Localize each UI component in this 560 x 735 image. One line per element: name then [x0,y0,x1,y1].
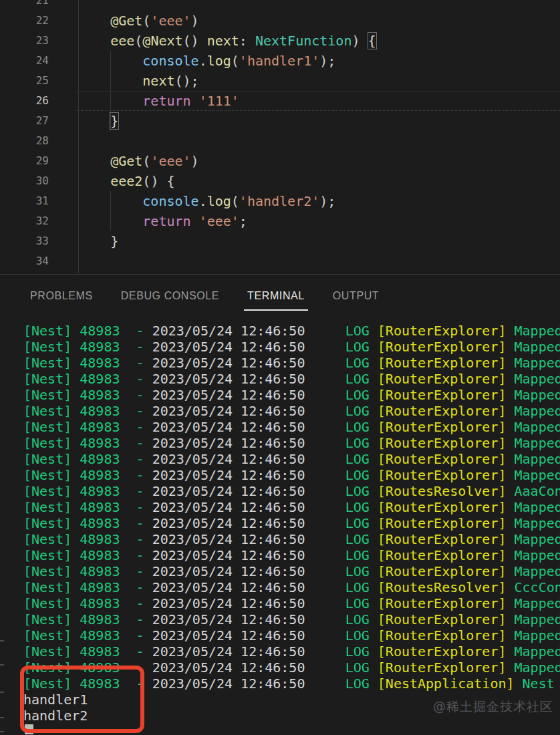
terminal-log-line: [Nest] 48983 - 2023/05/24 12:46:50 LOG [… [23,627,560,643]
code-text: return '111' [78,91,239,111]
terminal-log: [Nest] 48983 - 2023/05/24 12:46:50 LOG [… [23,323,560,724]
terminal-log-line: [Nest] 48983 - 2023/05/24 12:46:50 LOG [… [23,499,560,515]
terminal-log-line: [Nest] 48983 - 2023/05/24 12:46:50 LOG [… [23,467,560,483]
overview-ruler-mark [0,640,4,641]
terminal-log-line: [Nest] 48983 - 2023/05/24 12:46:50 LOG [… [23,483,560,499]
terminal-log-line: [Nest] 48983 - 2023/05/24 12:46:50 LOG [… [23,643,560,659]
code-line-23[interactable]: 23 eee(@Next() next: NextFunction) { [0,31,560,51]
code-text: } [78,111,118,131]
terminal-log-line: [Nest] 48983 - 2023/05/24 12:46:50 LOG [… [23,419,560,435]
terminal-log-line: [Nest] 48983 - 2023/05/24 12:46:50 LOG [… [23,515,560,531]
terminal-log-line: [Nest] 48983 - 2023/05/24 12:46:50 LOG [… [23,371,560,387]
panel-tab-problems[interactable]: PROBLEMS [16,275,107,311]
code-text: eee2() { [78,171,175,191]
panel-tab-output[interactable]: OUTPUT [319,275,393,311]
line-number: 32 [0,211,49,231]
code-text: eee(@Next() next: NextFunction) { [78,31,376,51]
panel-tab-terminal[interactable]: TERMINAL [233,275,319,311]
line-number: 34 [0,251,49,271]
terminal-log-line: [Nest] 48983 - 2023/05/24 12:46:50 LOG [… [23,547,560,563]
terminal-log-line: [Nest] 48983 - 2023/05/24 12:46:50 LOG [… [23,531,560,547]
code-line-24[interactable]: 24 console.log('handler1'); [0,51,560,71]
code-text: @Get('eee') [78,11,199,31]
watermark: @稀土掘金技术社区 [433,698,553,716]
panel-tab-debug-console[interactable]: DEBUG CONSOLE [107,275,233,311]
line-number: 22 [0,11,49,31]
overview-ruler-mark [0,692,4,693]
terminal-log-line: [Nest] 48983 - 2023/05/24 12:46:50 LOG [… [23,611,560,627]
matched-bracket: { [368,33,376,49]
terminal-log-line: [Nest] 48983 - 2023/05/24 12:46:50 LOG [… [23,435,560,451]
code-line-25[interactable]: 25 next(); [0,71,560,91]
terminal-log-line: [Nest] 48983 - 2023/05/24 12:46:50 LOG [… [23,355,560,371]
overview-ruler-mark [0,664,4,666]
terminal-log-line: [Nest] 48983 - 2023/05/24 12:46:50 LOG [… [23,323,560,339]
code-line-34[interactable]: 34 [0,251,560,271]
overview-ruler-mark [0,717,4,718]
terminal-log-line: [Nest] 48983 - 2023/05/24 12:46:50 LOG [… [23,451,560,467]
line-number: 28 [0,131,49,151]
terminal-log-line: [Nest] 48983 - 2023/05/24 12:46:50 LOG [… [23,563,560,579]
line-number: 25 [0,71,49,91]
line-number: 24 [0,51,49,71]
panel-tab-bar: PROBLEMSDEBUG CONSOLETERMINALOUTPUT [0,275,560,321]
terminal-log-line: [Nest] 48983 - 2023/05/24 12:46:50 LOG [… [23,403,560,419]
code-text: console.log('handler2'); [78,191,335,211]
matched-bracket: } [110,113,118,129]
terminal-log-line: [Nest] 48983 - 2023/05/24 12:46:50 LOG [… [23,339,560,355]
terminal-log-line: [Nest] 48983 - 2023/05/24 12:46:50 LOG [… [23,595,560,611]
code-line-22[interactable]: 22 @Get('eee') [0,11,560,31]
code-line-28[interactable]: 28 [0,131,560,151]
code-line-32[interactable]: 32 return 'eee'; [0,211,560,231]
line-number: 27 [0,111,49,131]
code-line-31[interactable]: 31 console.log('handler2'); [0,191,560,211]
code-text: } [78,231,118,251]
line-number: 26 [0,91,49,111]
line-number: 31 [0,191,49,211]
code-text: @Get('eee') [78,151,199,171]
code-line-33[interactable]: 33 } [0,231,560,251]
terminal-log-line: [Nest] 48983 - 2023/05/24 12:46:50 LOG [… [23,387,560,403]
red-highlight-annotation [20,666,144,733]
code-text: return 'eee'; [78,211,247,231]
code-editor[interactable]: 2122 @Get('eee')23 eee(@Next() next: Nex… [0,0,560,274]
line-number: 23 [0,31,49,51]
code-line-21[interactable]: 21 [0,0,560,11]
line-number: 33 [0,231,49,251]
code-lines: 2122 @Get('eee')23 eee(@Next() next: Nex… [0,0,560,271]
code-line-30[interactable]: 30 eee2() { [0,171,560,191]
line-number: 30 [0,171,49,191]
terminal-log-line: [Nest] 48983 - 2023/05/24 12:46:50 LOG [… [23,579,560,595]
code-line-26[interactable]: 26 return '111' [0,91,560,111]
code-text: console.log('handler1'); [78,51,335,71]
line-number: 21 [0,0,49,11]
line-number: 29 [0,151,49,171]
code-text: next(); [78,71,199,91]
code-line-29[interactable]: 29 @Get('eee') [0,151,560,171]
code-line-27[interactable]: 27 } [0,111,560,131]
overview-ruler-mark [0,731,4,732]
